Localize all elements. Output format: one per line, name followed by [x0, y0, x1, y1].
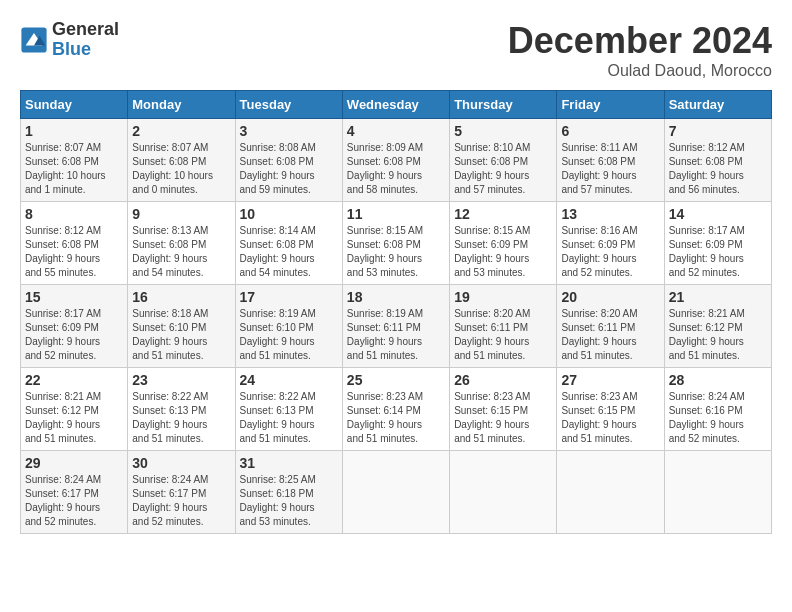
day-number: 12	[454, 206, 552, 222]
day-number: 7	[669, 123, 767, 139]
day-number: 26	[454, 372, 552, 388]
day-info: Sunrise: 8:21 AM Sunset: 6:12 PM Dayligh…	[669, 307, 767, 363]
day-cell: 3Sunrise: 8:08 AM Sunset: 6:08 PM Daylig…	[235, 119, 342, 202]
day-info: Sunrise: 8:23 AM Sunset: 6:15 PM Dayligh…	[454, 390, 552, 446]
day-number: 20	[561, 289, 659, 305]
logo-icon	[20, 26, 48, 54]
day-info: Sunrise: 8:22 AM Sunset: 6:13 PM Dayligh…	[132, 390, 230, 446]
day-info: Sunrise: 8:20 AM Sunset: 6:11 PM Dayligh…	[561, 307, 659, 363]
week-row-2: 8Sunrise: 8:12 AM Sunset: 6:08 PM Daylig…	[21, 202, 772, 285]
day-cell: 5Sunrise: 8:10 AM Sunset: 6:08 PM Daylig…	[450, 119, 557, 202]
day-cell	[664, 451, 771, 534]
day-cell: 19Sunrise: 8:20 AM Sunset: 6:11 PM Dayli…	[450, 285, 557, 368]
day-number: 25	[347, 372, 445, 388]
day-info: Sunrise: 8:18 AM Sunset: 6:10 PM Dayligh…	[132, 307, 230, 363]
day-cell: 28Sunrise: 8:24 AM Sunset: 6:16 PM Dayli…	[664, 368, 771, 451]
logo-blue-text: Blue	[52, 40, 119, 60]
day-info: Sunrise: 8:19 AM Sunset: 6:11 PM Dayligh…	[347, 307, 445, 363]
week-row-4: 22Sunrise: 8:21 AM Sunset: 6:12 PM Dayli…	[21, 368, 772, 451]
header-cell-friday: Friday	[557, 91, 664, 119]
day-info: Sunrise: 8:23 AM Sunset: 6:15 PM Dayligh…	[561, 390, 659, 446]
day-cell: 6Sunrise: 8:11 AM Sunset: 6:08 PM Daylig…	[557, 119, 664, 202]
day-info: Sunrise: 8:24 AM Sunset: 6:16 PM Dayligh…	[669, 390, 767, 446]
day-info: Sunrise: 8:24 AM Sunset: 6:17 PM Dayligh…	[25, 473, 123, 529]
day-info: Sunrise: 8:13 AM Sunset: 6:08 PM Dayligh…	[132, 224, 230, 280]
day-info: Sunrise: 8:23 AM Sunset: 6:14 PM Dayligh…	[347, 390, 445, 446]
day-info: Sunrise: 8:14 AM Sunset: 6:08 PM Dayligh…	[240, 224, 338, 280]
day-number: 13	[561, 206, 659, 222]
week-row-1: 1Sunrise: 8:07 AM Sunset: 6:08 PM Daylig…	[21, 119, 772, 202]
day-number: 11	[347, 206, 445, 222]
day-number: 29	[25, 455, 123, 471]
day-cell: 7Sunrise: 8:12 AM Sunset: 6:08 PM Daylig…	[664, 119, 771, 202]
day-cell: 17Sunrise: 8:19 AM Sunset: 6:10 PM Dayli…	[235, 285, 342, 368]
day-info: Sunrise: 8:12 AM Sunset: 6:08 PM Dayligh…	[669, 141, 767, 197]
header-cell-monday: Monday	[128, 91, 235, 119]
day-info: Sunrise: 8:10 AM Sunset: 6:08 PM Dayligh…	[454, 141, 552, 197]
day-info: Sunrise: 8:15 AM Sunset: 6:08 PM Dayligh…	[347, 224, 445, 280]
header-cell-thursday: Thursday	[450, 91, 557, 119]
day-info: Sunrise: 8:12 AM Sunset: 6:08 PM Dayligh…	[25, 224, 123, 280]
day-number: 6	[561, 123, 659, 139]
logo-general-text: General	[52, 20, 119, 40]
day-cell: 4Sunrise: 8:09 AM Sunset: 6:08 PM Daylig…	[342, 119, 449, 202]
day-info: Sunrise: 8:22 AM Sunset: 6:13 PM Dayligh…	[240, 390, 338, 446]
day-number: 3	[240, 123, 338, 139]
logo-text: General Blue	[52, 20, 119, 60]
day-cell: 24Sunrise: 8:22 AM Sunset: 6:13 PM Dayli…	[235, 368, 342, 451]
day-number: 18	[347, 289, 445, 305]
day-number: 22	[25, 372, 123, 388]
month-title: December 2024	[508, 20, 772, 62]
day-number: 8	[25, 206, 123, 222]
day-cell	[450, 451, 557, 534]
day-number: 30	[132, 455, 230, 471]
day-number: 16	[132, 289, 230, 305]
day-info: Sunrise: 8:25 AM Sunset: 6:18 PM Dayligh…	[240, 473, 338, 529]
header-row: SundayMondayTuesdayWednesdayThursdayFrid…	[21, 91, 772, 119]
day-cell: 9Sunrise: 8:13 AM Sunset: 6:08 PM Daylig…	[128, 202, 235, 285]
day-number: 1	[25, 123, 123, 139]
day-cell: 20Sunrise: 8:20 AM Sunset: 6:11 PM Dayli…	[557, 285, 664, 368]
day-number: 15	[25, 289, 123, 305]
day-cell: 8Sunrise: 8:12 AM Sunset: 6:08 PM Daylig…	[21, 202, 128, 285]
day-number: 28	[669, 372, 767, 388]
day-info: Sunrise: 8:15 AM Sunset: 6:09 PM Dayligh…	[454, 224, 552, 280]
day-cell: 14Sunrise: 8:17 AM Sunset: 6:09 PM Dayli…	[664, 202, 771, 285]
day-number: 10	[240, 206, 338, 222]
day-cell: 1Sunrise: 8:07 AM Sunset: 6:08 PM Daylig…	[21, 119, 128, 202]
header-cell-sunday: Sunday	[21, 91, 128, 119]
day-cell: 29Sunrise: 8:24 AM Sunset: 6:17 PM Dayli…	[21, 451, 128, 534]
day-info: Sunrise: 8:21 AM Sunset: 6:12 PM Dayligh…	[25, 390, 123, 446]
day-info: Sunrise: 8:20 AM Sunset: 6:11 PM Dayligh…	[454, 307, 552, 363]
header: General Blue December 2024 Oulad Daoud, …	[20, 20, 772, 80]
day-number: 14	[669, 206, 767, 222]
calendar-table: SundayMondayTuesdayWednesdayThursdayFrid…	[20, 90, 772, 534]
day-cell: 25Sunrise: 8:23 AM Sunset: 6:14 PM Dayli…	[342, 368, 449, 451]
day-number: 31	[240, 455, 338, 471]
day-info: Sunrise: 8:17 AM Sunset: 6:09 PM Dayligh…	[25, 307, 123, 363]
day-number: 17	[240, 289, 338, 305]
header-cell-wednesday: Wednesday	[342, 91, 449, 119]
day-cell: 31Sunrise: 8:25 AM Sunset: 6:18 PM Dayli…	[235, 451, 342, 534]
day-number: 21	[669, 289, 767, 305]
day-cell: 23Sunrise: 8:22 AM Sunset: 6:13 PM Dayli…	[128, 368, 235, 451]
header-cell-tuesday: Tuesday	[235, 91, 342, 119]
day-cell: 27Sunrise: 8:23 AM Sunset: 6:15 PM Dayli…	[557, 368, 664, 451]
logo: General Blue	[20, 20, 119, 60]
day-cell: 22Sunrise: 8:21 AM Sunset: 6:12 PM Dayli…	[21, 368, 128, 451]
day-cell: 10Sunrise: 8:14 AM Sunset: 6:08 PM Dayli…	[235, 202, 342, 285]
day-cell: 11Sunrise: 8:15 AM Sunset: 6:08 PM Dayli…	[342, 202, 449, 285]
day-info: Sunrise: 8:17 AM Sunset: 6:09 PM Dayligh…	[669, 224, 767, 280]
location-title: Oulad Daoud, Morocco	[508, 62, 772, 80]
day-number: 9	[132, 206, 230, 222]
day-number: 27	[561, 372, 659, 388]
day-info: Sunrise: 8:11 AM Sunset: 6:08 PM Dayligh…	[561, 141, 659, 197]
day-info: Sunrise: 8:24 AM Sunset: 6:17 PM Dayligh…	[132, 473, 230, 529]
day-cell: 2Sunrise: 8:07 AM Sunset: 6:08 PM Daylig…	[128, 119, 235, 202]
day-cell: 13Sunrise: 8:16 AM Sunset: 6:09 PM Dayli…	[557, 202, 664, 285]
day-cell	[342, 451, 449, 534]
day-number: 4	[347, 123, 445, 139]
day-cell: 26Sunrise: 8:23 AM Sunset: 6:15 PM Dayli…	[450, 368, 557, 451]
day-cell: 30Sunrise: 8:24 AM Sunset: 6:17 PM Dayli…	[128, 451, 235, 534]
header-cell-saturday: Saturday	[664, 91, 771, 119]
